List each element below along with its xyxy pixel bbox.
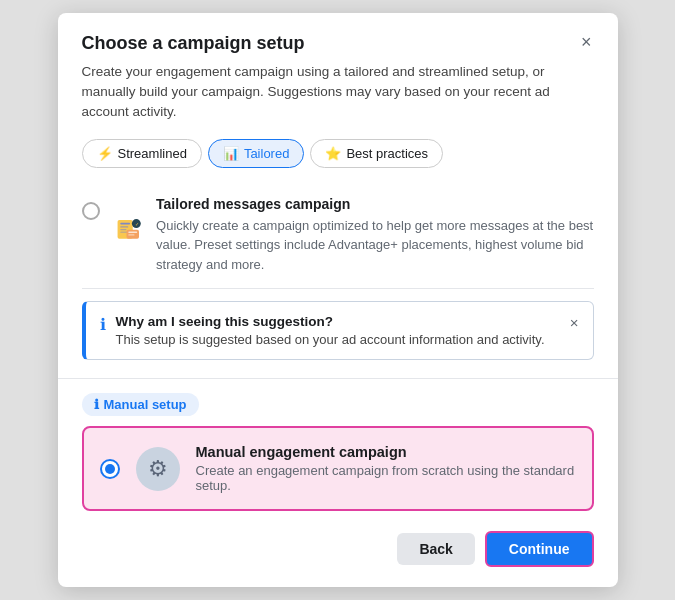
close-button[interactable]: × (579, 33, 594, 51)
modal-description: Create your engagement campaign using a … (82, 62, 594, 123)
svg-rect-7 (128, 234, 134, 235)
tab-streamlined-label: Streamlined (118, 146, 187, 161)
info-box-inner: ℹ Why am I seeing this suggestion? This … (100, 314, 545, 347)
divider (58, 378, 618, 379)
tab-tailored-label: Tailored (244, 146, 290, 161)
modal-header: Choose a campaign setup × (82, 33, 594, 54)
gear-icon: ⚙ (148, 456, 168, 482)
info-icon: ℹ (100, 315, 106, 334)
manual-campaign-card[interactable]: ⚙ Manual engagement campaign Create an e… (82, 426, 594, 511)
tab-best-practices-label: Best practices (346, 146, 428, 161)
manual-campaign-info: Manual engagement campaign Create an eng… (196, 444, 576, 493)
modal-footer: Back Continue (82, 531, 594, 567)
manual-campaign-desc: Create an engagement campaign from scrat… (196, 463, 576, 493)
continue-button[interactable]: Continue (485, 531, 594, 567)
star-icon: ⭐ (325, 146, 341, 161)
svg-rect-1 (120, 222, 130, 224)
tab-streamlined[interactable]: ⚡ Streamlined (82, 139, 202, 168)
tab-tailored[interactable]: 📊 Tailored (208, 139, 305, 168)
svg-rect-6 (128, 231, 137, 232)
info-box-body: This setup is suggested based on your ad… (116, 332, 545, 347)
tab-bar: ⚡ Streamlined 📊 Tailored ⭐ Best practice… (82, 139, 594, 168)
back-button[interactable]: Back (397, 533, 474, 565)
svg-text:✓: ✓ (134, 220, 138, 226)
bar-chart-icon: 📊 (223, 146, 239, 161)
manual-setup-badge: ℹ Manual setup (82, 393, 199, 416)
info-box-title: Why am I seeing this suggestion? (116, 314, 545, 329)
svg-rect-3 (120, 229, 126, 230)
tailored-campaign-info: Tailored messages campaign Quickly creat… (156, 196, 593, 275)
tab-best-practices[interactable]: ⭐ Best practices (310, 139, 443, 168)
info-box: ℹ Why am I seeing this suggestion? This … (82, 301, 594, 360)
manual-campaign-title: Manual engagement campaign (196, 444, 576, 460)
svg-rect-2 (120, 226, 128, 227)
tailored-campaign-illustration: ✓ (114, 196, 143, 260)
info-box-close-button[interactable]: × (570, 315, 579, 330)
gear-icon-wrapper: ⚙ (136, 447, 180, 491)
tailored-campaign-desc: Quickly create a campaign optimized to h… (156, 216, 593, 275)
manual-badge-label: Manual setup (104, 397, 187, 412)
manual-info-icon: ℹ (94, 397, 99, 412)
manual-radio-inner (105, 464, 115, 474)
modal-title: Choose a campaign setup (82, 33, 305, 54)
tailored-radio[interactable] (82, 202, 100, 220)
bolt-icon: ⚡ (97, 146, 113, 161)
campaign-setup-modal: Choose a campaign setup × Create your en… (58, 13, 618, 587)
tailored-campaign-title: Tailored messages campaign (156, 196, 593, 212)
tailored-campaign-card: ✓ Tailored messages campaign Quickly cre… (82, 184, 594, 290)
info-box-text-block: Why am I seeing this suggestion? This se… (116, 314, 545, 347)
manual-radio[interactable] (100, 459, 120, 479)
